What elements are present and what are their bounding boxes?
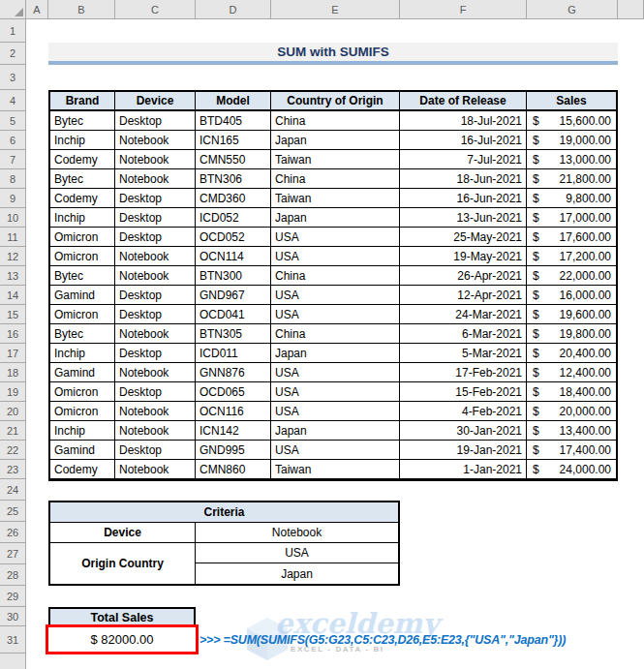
cell-sales[interactable]: $ 17,600.00 <box>527 228 616 247</box>
cell-model[interactable]: BTN305 <box>196 324 271 344</box>
cell-model[interactable]: GND995 <box>196 441 271 460</box>
row-header[interactable]: 4 <box>0 90 26 111</box>
cell-sales[interactable]: $ 19,800.00 <box>527 324 616 344</box>
row-header[interactable]: 28 <box>0 564 26 586</box>
column-header-c[interactable]: C <box>115 0 196 19</box>
row-header[interactable]: 31 <box>0 626 26 654</box>
table-header-date[interactable]: Date of Release <box>400 92 527 111</box>
row-header[interactable]: 26 <box>0 522 26 543</box>
cell-sales[interactable]: $ 20,400.00 <box>527 344 616 363</box>
cell-release-date[interactable]: 24-Mar-2021 <box>400 305 527 324</box>
cell-brand[interactable]: Omicron <box>50 382 115 402</box>
cell-model[interactable]: CMN860 <box>196 460 271 479</box>
cell-brand[interactable]: Bytec <box>50 111 115 131</box>
cell-sales[interactable]: $ 19,600.00 <box>527 305 616 324</box>
cell-country[interactable]: China <box>271 266 400 286</box>
cell-brand[interactable]: Gamind <box>50 441 115 460</box>
cell-brand[interactable]: Bytec <box>50 266 115 286</box>
cell-sales[interactable]: $ 19,000.00 <box>527 131 616 150</box>
cell-device[interactable]: Desktop <box>115 189 196 208</box>
cell-country[interactable]: USA <box>271 363 400 382</box>
row-header[interactable]: 29 <box>0 586 26 607</box>
cell-brand[interactable]: Omicron <box>50 247 115 266</box>
table-header-device[interactable]: Device <box>115 92 196 111</box>
table-header-country[interactable]: Country of Origin <box>271 92 400 111</box>
cell-model[interactable]: ICD052 <box>196 208 271 228</box>
cell-device[interactable]: Desktop <box>115 305 196 324</box>
row-header[interactable]: 2 <box>0 43 26 65</box>
cell-device[interactable]: Notebook <box>115 150 196 169</box>
criteria-device-label[interactable]: Device <box>50 523 196 543</box>
cell-release-date[interactable]: 19-May-2021 <box>400 247 527 266</box>
cell-release-date[interactable]: 6-Mar-2021 <box>400 324 527 344</box>
cell-model[interactable]: ICN165 <box>196 131 271 150</box>
cell-country[interactable]: USA <box>271 286 400 305</box>
cell-model[interactable]: BTN300 <box>196 266 271 286</box>
row-header[interactable]: 23 <box>0 460 26 479</box>
cell-sales[interactable]: $ 21,800.00 <box>527 169 616 189</box>
cell-device[interactable]: Notebook <box>115 421 196 441</box>
cell-brand[interactable]: Gamind <box>50 286 115 305</box>
cell-country[interactable]: USA <box>271 247 400 266</box>
cell-model[interactable]: OCD052 <box>196 228 271 247</box>
column-header-partial[interactable] <box>618 0 644 19</box>
column-header-f[interactable]: F <box>400 0 527 19</box>
cell-release-date[interactable]: 16-Jul-2021 <box>400 131 527 150</box>
cell-sales[interactable]: $ 17,200.00 <box>527 247 616 266</box>
cell-release-date[interactable]: 25-May-2021 <box>400 228 527 247</box>
cell-country[interactable]: USA <box>271 228 400 247</box>
cell-brand[interactable]: Omicron <box>50 402 115 421</box>
cell-brand[interactable]: Bytec <box>50 324 115 344</box>
cell-model[interactable]: OCD041 <box>196 305 271 324</box>
row-header[interactable]: 17 <box>0 344 26 363</box>
cell-model[interactable]: CMD360 <box>196 189 271 208</box>
cell-country[interactable]: USA <box>271 441 400 460</box>
cell-sales[interactable]: $ 16,000.00 <box>527 286 616 305</box>
cell-release-date[interactable]: 15-Feb-2021 <box>400 382 527 402</box>
total-sales-label-cell[interactable]: Total Sales <box>48 607 196 626</box>
cell-release-date[interactable]: 18-Jun-2021 <box>400 169 527 189</box>
criteria-origin-value-1[interactable]: USA <box>196 543 398 563</box>
cell-release-date[interactable]: 18-Jul-2021 <box>400 111 527 131</box>
cell-device[interactable]: Desktop <box>115 228 196 247</box>
criteria-device-value[interactable]: Notebook <box>196 523 398 543</box>
criteria-origin-label[interactable]: Origin Country <box>50 543 196 584</box>
cell-brand[interactable]: Bytec <box>50 169 115 189</box>
cell-model[interactable]: GNN876 <box>196 363 271 382</box>
column-header-b[interactable]: B <box>48 0 115 19</box>
cell-release-date[interactable]: 1-Jan-2021 <box>400 460 527 479</box>
cell-device[interactable]: Notebook <box>115 169 196 189</box>
cell-model[interactable]: OCN114 <box>196 247 271 266</box>
cell-device[interactable]: Notebook <box>115 402 196 421</box>
table-header-model[interactable]: Model <box>196 92 271 111</box>
cell-release-date[interactable]: 30-Jan-2021 <box>400 421 527 441</box>
cell-sales[interactable]: $ 13,000.00 <box>527 150 616 169</box>
column-header-e[interactable]: E <box>271 0 400 19</box>
cell-brand[interactable]: Gamind <box>50 363 115 382</box>
cell-model[interactable]: OCN116 <box>196 402 271 421</box>
cell-model[interactable]: BTD405 <box>196 111 271 131</box>
cell-sales[interactable]: $ 9,800.00 <box>527 189 616 208</box>
cell-country[interactable]: China <box>271 324 400 344</box>
cell-release-date[interactable]: 12-Apr-2021 <box>400 286 527 305</box>
row-header[interactable]: 25 <box>0 501 26 522</box>
cell-brand[interactable]: Omicron <box>50 305 115 324</box>
cell-brand[interactable]: Inchip <box>50 131 115 150</box>
cell-device[interactable]: Notebook <box>115 324 196 344</box>
cell-sales[interactable]: $ 15,600.00 <box>527 111 616 131</box>
table-header-sales[interactable]: Sales <box>527 92 616 111</box>
row-header[interactable]: 11 <box>0 228 26 247</box>
cell-brand[interactable]: Inchip <box>50 208 115 228</box>
column-header-d[interactable]: D <box>196 0 271 19</box>
cell-device[interactable]: Notebook <box>115 363 196 382</box>
row-header[interactable]: 27 <box>0 543 26 564</box>
cell-model[interactable]: CMN550 <box>196 150 271 169</box>
row-header[interactable]: 16 <box>0 324 26 344</box>
cell-country[interactable]: Japan <box>271 421 400 441</box>
total-sales-value-cell[interactable]: $ 82000.00 <box>46 624 199 654</box>
cell-device[interactable]: Desktop <box>115 111 196 131</box>
cell-release-date[interactable]: 17-Feb-2021 <box>400 363 527 382</box>
cell-release-date[interactable]: 19-Jan-2021 <box>400 441 527 460</box>
cell-country[interactable]: China <box>271 169 400 189</box>
cell-device[interactable]: Desktop <box>115 441 196 460</box>
